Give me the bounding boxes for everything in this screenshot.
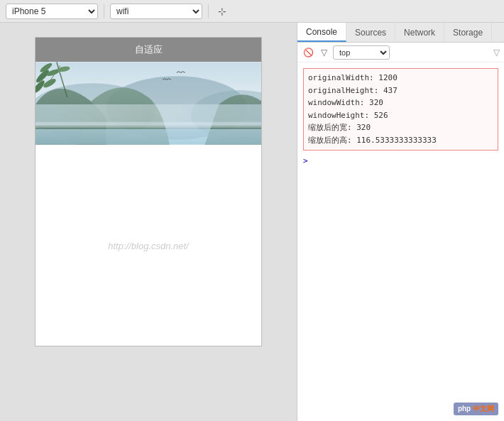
log-line-5: 缩放后的宽: 320: [308, 121, 493, 134]
devtools-tabs: Console Sources Network Storage: [297, 23, 504, 43]
phone-frame: 自适应: [35, 37, 262, 346]
log-line-3: windowWidth: 320: [308, 97, 493, 109]
phone-header-text: 自适应: [135, 44, 163, 55]
console-settings-icon: ▽: [493, 48, 500, 58]
php-logo-text: php 中文网: [458, 405, 494, 412]
log-line-6: 缩放后的高: 116.5333333333333: [308, 134, 493, 147]
svg-rect-4: [35, 129, 261, 145]
console-context-select[interactable]: top: [333, 45, 390, 60]
devtools-panel: Console Sources Network Storage 🚫 ▽ top …: [297, 23, 504, 421]
console-clear-btn[interactable]: 🚫: [302, 46, 314, 59]
phone-image: [35, 62, 261, 145]
toolbar-divider-2: [208, 4, 209, 18]
log-line-4: windowHeight: 526: [308, 109, 493, 122]
console-log-block: originalWidth: 1200 originalHeight: 437 …: [303, 68, 498, 151]
tab-network[interactable]: Network: [395, 23, 444, 42]
landscape-svg: [35, 62, 261, 145]
phone-body: http://blog.csdn.net/: [35, 145, 261, 346]
log-line-1: originalWidth: 1200: [308, 72, 493, 84]
tab-sources[interactable]: Sources: [346, 23, 395, 42]
tab-storage[interactable]: Storage: [444, 23, 492, 42]
console-prompt-arrow: >: [303, 156, 308, 165]
log-line-2: originalHeight: 437: [308, 84, 493, 97]
network-select[interactable]: wifi: [110, 4, 202, 19]
top-toolbar: iPhone 5 wifi ⊹: [0, 0, 504, 23]
phone-header: 自适应: [35, 38, 261, 62]
main-area: 自适应: [0, 23, 504, 421]
svg-rect-14: [35, 122, 261, 128]
inspect-icon-btn[interactable]: ⊹: [214, 4, 230, 19]
console-toolbar: 🚫 ▽ top ▽: [297, 43, 504, 62]
tab-console[interactable]: Console: [297, 23, 346, 42]
console-prompt: >: [297, 153, 504, 168]
console-filter-btn[interactable]: ▽: [317, 46, 330, 59]
toolbar-divider: [104, 4, 104, 18]
php-logo: php 中文网: [454, 403, 498, 415]
device-select[interactable]: iPhone 5: [6, 4, 98, 19]
watermark-text: http://blog.csdn.net/: [108, 240, 188, 251]
device-panel: 自适应: [0, 23, 297, 421]
console-output: originalWidth: 1200 originalHeight: 437 …: [297, 62, 504, 421]
